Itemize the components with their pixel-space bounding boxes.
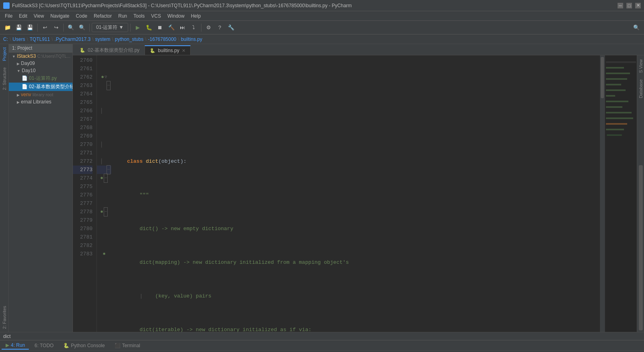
menu-file[interactable]: File xyxy=(2,12,16,20)
terminal-tab-btn[interactable]: ⬛ Terminal xyxy=(111,342,144,349)
fold-2778[interactable]: ─ xyxy=(104,207,108,216)
editor-area: 🐍 02-基本数据类型介绍.py 🐍 builtins.py ✕ 2760 27… xyxy=(73,44,644,332)
line-numbers: 2760 2761 2762 2763 2764 2765 2766 2767 … xyxy=(73,55,97,332)
right-scrollbar-thumb[interactable] xyxy=(639,165,643,330)
menu-window[interactable]: Window xyxy=(164,12,188,20)
menu-help[interactable]: Help xyxy=(188,12,204,20)
menu-code[interactable]: Code xyxy=(72,12,91,20)
project-root-item[interactable]: ▼ lStackS3 C:\Users\TQTL... xyxy=(9,53,72,60)
sidebar-db-label[interactable]: Database xyxy=(638,77,644,101)
search-btn[interactable]: 🔍 xyxy=(66,22,76,33)
punct2-2762: ): xyxy=(180,157,187,166)
code-line-2761 xyxy=(115,123,597,132)
menu-view[interactable]: View xyxy=(30,12,47,20)
str-2763: """ xyxy=(139,191,149,199)
bc-c[interactable]: C: xyxy=(3,36,8,42)
str-2767: dict(iterable) -> new dictionary initial… xyxy=(115,326,311,332)
todo-tab-btn[interactable]: 6: TODO xyxy=(30,342,58,349)
external-tool-btn[interactable]: 🔧 xyxy=(226,22,236,33)
run-btn[interactable]: ▶ xyxy=(133,22,143,33)
code-line-2767: dict(iterable) -> new dictionary initial… xyxy=(115,326,597,332)
project-day09-item[interactable]: ▶ Day09 xyxy=(9,60,72,67)
project-panel-header: 1: Project xyxy=(9,44,72,53)
project-libs-item[interactable]: ▶ ernal Libraries xyxy=(9,98,72,105)
scrollbar-thumb[interactable] xyxy=(601,57,604,99)
code-line-2762: class dict(object): xyxy=(115,157,597,166)
sidebar-favorites-label[interactable]: 2: Favorites xyxy=(1,303,8,332)
step-over-btn[interactable]: ⏭ xyxy=(177,22,188,33)
help-btn[interactable]: ? xyxy=(215,22,225,33)
menu-run[interactable]: Run xyxy=(115,12,130,20)
separator2 xyxy=(63,24,64,32)
console-tab-btn[interactable]: 🐍 Python Console xyxy=(59,342,109,349)
fold-2762[interactable]: ▽ xyxy=(105,73,107,81)
project-day10-item[interactable]: ▼ Day10 xyxy=(9,67,72,74)
pipe-2770: │ xyxy=(100,140,103,149)
terminal-icon: ⬛ xyxy=(115,343,121,348)
undo-btn[interactable]: ↩ xyxy=(40,22,50,33)
fold-2773[interactable]: ─ xyxy=(107,165,111,174)
run-config-btn[interactable]: 01-运算符 ▼ xyxy=(92,23,128,32)
bc-user[interactable]: TQTL911 xyxy=(30,36,50,42)
run-tab-btn[interactable]: ▶ 4: Run xyxy=(2,342,29,350)
code-line-2760 xyxy=(115,90,597,98)
project-shujuleixing-item[interactable]: 📄 02-基本数据类型介绍.py xyxy=(9,83,72,91)
replace-btn[interactable]: 🔍 xyxy=(77,22,87,33)
menu-refactor[interactable]: Refactor xyxy=(91,12,115,20)
step-into-btn[interactable]: ⤵ xyxy=(189,22,199,33)
tab-builtins-label: builtins.py xyxy=(158,48,179,53)
bc-users[interactable]: Users xyxy=(12,36,25,42)
save-btn[interactable]: 💾 xyxy=(14,22,24,33)
bc-file[interactable]: builtins.py xyxy=(181,36,202,42)
fold-2763[interactable]: ─ xyxy=(107,81,111,90)
project-suanfu-item[interactable]: 📄 01-运算符.py xyxy=(9,74,72,83)
redo-btn[interactable]: ↪ xyxy=(51,22,61,33)
app-icon xyxy=(3,2,10,9)
bc-stubs[interactable]: python_stubs xyxy=(115,36,143,42)
toolbar: 📁 💾 💾 ↩ ↪ 🔍 🔍 01-运算符 ▼ ▶ 🐛 ⏹ 🔨 ⏭ ⤵ ⚙ ? 🔧… xyxy=(0,21,644,34)
todo-tab-label: 6: TODO xyxy=(34,343,54,348)
tab-py-icon: 🐍 xyxy=(80,48,85,53)
menu-tools[interactable]: Tools xyxy=(130,12,148,20)
settings-btn[interactable]: ⚙ xyxy=(203,22,214,33)
search-everywhere-btn[interactable]: 🔍 xyxy=(631,22,642,33)
right-sidebar-icons: S View Database xyxy=(637,55,644,332)
separator3 xyxy=(89,24,90,32)
code-line-2766: | (key, value) pairs xyxy=(115,292,597,300)
sidebar-project-label[interactable]: Project xyxy=(1,44,8,64)
menu-edit[interactable]: Edit xyxy=(16,12,30,20)
bc-pycharm[interactable]: .PyCharm2017.3 xyxy=(54,36,91,42)
tab-shujuleixing[interactable]: 🐍 02-基本数据类型介绍.py xyxy=(74,45,145,55)
code-line-2764: dict() -> new empty dictionary xyxy=(115,225,597,233)
bc-hash[interactable]: -1676785000 xyxy=(148,36,177,42)
bc-system[interactable]: system xyxy=(95,36,110,42)
close-button[interactable]: ✕ xyxy=(635,3,641,8)
run-tab-label: 4: Run xyxy=(11,342,25,348)
tab-builtins[interactable]: 🐍 builtins.py ✕ xyxy=(145,45,190,55)
open-project-btn[interactable]: 📁 xyxy=(2,22,13,33)
tab-shujuleixing-label: 02-基本数据类型介绍.py xyxy=(88,47,139,54)
menu-vcs[interactable]: VCS xyxy=(148,12,164,20)
code-line-2765: dict(mapping) -> new dictionary initiali… xyxy=(115,258,597,267)
tab-close-btn[interactable]: ✕ xyxy=(182,48,185,53)
cls-dict: dict xyxy=(146,157,158,166)
build-btn[interactable]: 🔨 xyxy=(166,22,177,33)
console-icon: 🐍 xyxy=(63,343,69,348)
code-content[interactable]: class dict(object): """ dict() -> new em… xyxy=(111,55,600,332)
stop-btn[interactable]: ⏹ xyxy=(155,22,165,33)
fold-2774[interactable]: ─ xyxy=(104,174,108,183)
minimize-button[interactable]: ─ xyxy=(618,3,623,8)
window-controls[interactable]: ─ □ ✕ xyxy=(618,3,641,8)
save-all-btn[interactable]: 💾 xyxy=(25,22,35,33)
maximize-button[interactable]: □ xyxy=(626,3,632,8)
terminal-tab-label: Terminal xyxy=(122,343,140,348)
pipe-2766: │ xyxy=(100,107,103,115)
asterisk-2774: ✱ xyxy=(101,174,103,182)
sidebar-sview-label[interactable]: S View xyxy=(638,57,644,75)
str-2765: dict(mapping) -> new dictionary initiali… xyxy=(115,258,349,267)
debug-btn[interactable]: 🐛 xyxy=(144,22,154,33)
vertical-scrollbar[interactable] xyxy=(600,55,605,332)
menu-navigate[interactable]: Navigate xyxy=(47,12,72,20)
project-venv-item[interactable]: ▶ venv library root xyxy=(9,91,72,98)
sidebar-structure-label[interactable]: 2: Structure xyxy=(1,64,8,93)
